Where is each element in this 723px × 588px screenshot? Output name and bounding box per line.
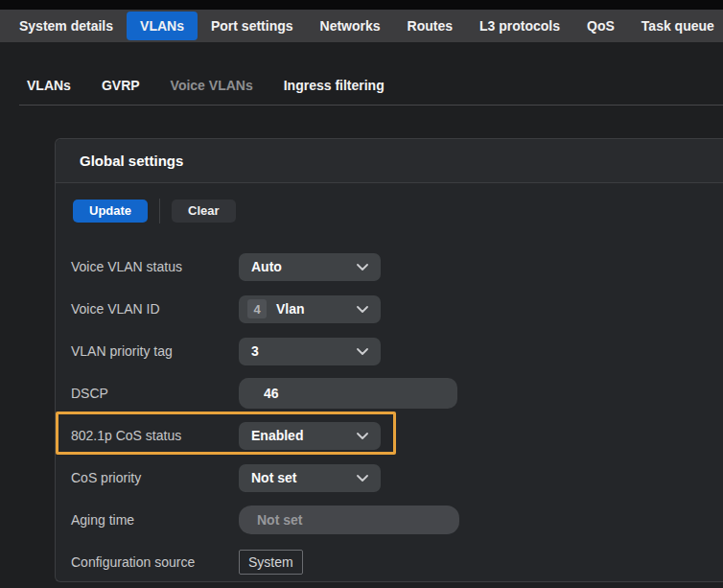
- 8021p-cos-status-select[interactable]: Enabled: [239, 422, 381, 450]
- tab-vlans[interactable]: VLANs: [127, 12, 198, 40]
- field-label: Aging time: [71, 512, 239, 528]
- chevron-down-icon: [357, 306, 368, 313]
- subtab-gvrp[interactable]: GVRP: [102, 78, 140, 93]
- settings-form: Voice VLAN status Auto Voice VLAN ID 4 V…: [56, 246, 723, 583]
- cos-priority-select[interactable]: Not set: [239, 464, 381, 492]
- aging-time-input[interactable]: [239, 506, 459, 534]
- action-button-row: Update Clear: [73, 199, 236, 223]
- chevron-down-icon: [357, 264, 368, 270]
- select-value: Enabled: [251, 428, 357, 443]
- chevron-down-icon: [357, 475, 368, 482]
- subnav-divider: [19, 105, 723, 106]
- form-row-configuration-source: Configuration source System: [56, 541, 723, 583]
- form-row-8021p-cos-status: 802.1p CoS status Enabled: [56, 414, 723, 457]
- chevron-down-icon: [357, 348, 368, 355]
- form-row-aging-time: Aging time: [56, 499, 723, 541]
- select-value: Vlan: [276, 301, 357, 317]
- panel-body: Update Clear Voice VLAN status Auto Voic…: [56, 183, 723, 581]
- field-label: 802.1p CoS status: [71, 428, 239, 443]
- dscp-input[interactable]: [239, 378, 457, 409]
- select-value: Not set: [251, 470, 357, 485]
- chevron-down-icon: [357, 433, 368, 439]
- window-top-strip: [0, 0, 723, 10]
- update-button[interactable]: Update: [73, 200, 148, 223]
- panel-title: Global settings: [80, 153, 183, 169]
- tab-l3-protocols[interactable]: L3 protocols: [479, 19, 560, 33]
- clear-button[interactable]: Clear: [172, 200, 236, 223]
- form-row-cos-priority: CoS priority Not set: [56, 457, 723, 499]
- tab-port-settings[interactable]: Port settings: [211, 19, 293, 33]
- vlan-id-badge: 4: [247, 299, 267, 318]
- tab-task-queue[interactable]: Task queue: [641, 19, 714, 33]
- subtab-vlans[interactable]: VLANs: [27, 78, 71, 93]
- form-row-dscp: DSCP: [56, 372, 723, 414]
- field-label: Voice VLAN status: [71, 259, 239, 274]
- tab-networks[interactable]: Networks: [320, 19, 381, 33]
- button-separator: [159, 199, 160, 223]
- tab-qos[interactable]: QoS: [587, 19, 615, 33]
- global-settings-panel: Global settings Update Clear Voice VLAN …: [55, 138, 723, 582]
- panel-header: Global settings: [56, 139, 723, 183]
- secondary-nav: VLANs GVRP Voice VLANs Ingress filtering: [27, 78, 385, 93]
- subtab-voice-vlans[interactable]: Voice VLANs: [171, 78, 253, 93]
- field-label: Configuration source: [71, 554, 239, 570]
- form-row-voice-vlan-id: Voice VLAN ID 4 Vlan: [56, 288, 723, 330]
- select-value: Auto: [251, 259, 357, 274]
- configuration-source-value: System: [239, 550, 303, 575]
- field-label: Voice VLAN ID: [71, 301, 239, 317]
- field-label: VLAN priority tag: [71, 343, 239, 359]
- primary-nav: System details VLANs Port settings Netwo…: [0, 10, 723, 42]
- subtab-ingress-filtering[interactable]: Ingress filtering: [284, 78, 385, 93]
- vlan-priority-tag-select[interactable]: 3: [239, 338, 381, 365]
- field-label: CoS priority: [71, 470, 239, 485]
- field-label: DSCP: [71, 386, 239, 401]
- form-row-voice-vlan-status: Voice VLAN status Auto: [56, 246, 723, 288]
- tab-routes[interactable]: Routes: [408, 19, 453, 33]
- form-row-vlan-priority-tag: VLAN priority tag 3: [56, 330, 723, 372]
- tab-system-details[interactable]: System details: [19, 19, 113, 33]
- voice-vlan-status-select[interactable]: Auto: [239, 253, 381, 281]
- select-value: 3: [251, 343, 357, 359]
- voice-vlan-id-select[interactable]: 4 Vlan: [239, 295, 381, 323]
